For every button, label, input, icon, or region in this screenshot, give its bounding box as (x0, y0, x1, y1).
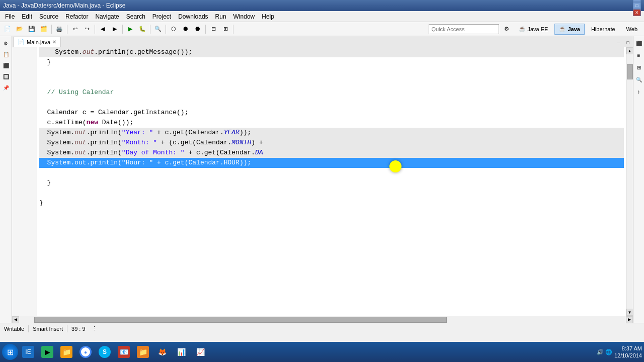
folder2-icon: 📁 (137, 346, 149, 358)
quick-access-input[interactable] (429, 24, 499, 34)
perspective-javaee-button[interactable]: ☕ Java EE (514, 24, 552, 35)
taskbar-skype-button[interactable]: S (96, 344, 114, 360)
sep4 (122, 25, 123, 34)
taskbar-chrome-button[interactable]: ● (76, 344, 95, 360)
code-line: System.out.println("Day of Month: " + c.… (39, 148, 624, 158)
next-edit-button[interactable]: ▶ (109, 24, 120, 35)
right-sidebar-icon-1[interactable]: ⬛ (634, 38, 644, 48)
perspective-web-button[interactable]: Web (622, 24, 642, 35)
save-button[interactable]: 💾 (26, 24, 37, 35)
menu-file[interactable]: File (2, 12, 18, 22)
right-sidebar-icon-4[interactable]: 🔍 (634, 74, 644, 84)
taskbar-folder2-button[interactable]: 📁 (134, 344, 152, 360)
menu-source[interactable]: Source (36, 12, 61, 22)
gutter-line (12, 47, 37, 57)
skype-icon: S (99, 346, 111, 358)
code-line: Calendar c = Calendar.getInstance(); (39, 108, 624, 118)
menu-navigate[interactable]: Navigate (92, 12, 122, 22)
taskbar-email-button[interactable]: 📧 (115, 344, 133, 360)
h-scroll-track[interactable] (19, 316, 626, 323)
scroll-up-button[interactable]: ▲ (626, 47, 633, 54)
status-bar: Writable Smart Insert 39 : 9 ⋮ (0, 323, 644, 334)
menu-refactor[interactable]: Refactor (62, 12, 91, 22)
search-tb-button[interactable]: 🔍 (152, 24, 164, 35)
print-button[interactable]: 🖨️ (54, 24, 65, 35)
collapse-button[interactable]: ⊟ (208, 24, 219, 35)
tab-minimize-button[interactable]: ─ (615, 39, 623, 47)
sidebar-icon-3[interactable]: ⬛ (1, 60, 11, 70)
sidebar-icon-2[interactable]: 📋 (1, 49, 11, 59)
window-title: Java - JavaDate/src/demo/Main.java - Ecl… (3, 2, 125, 9)
ref3-button[interactable]: ⬣ (192, 24, 203, 35)
sidebar-icon-4[interactable]: 🔲 (1, 71, 11, 81)
menu-project[interactable]: Project (149, 12, 174, 22)
prev-edit-button[interactable]: ◀ (97, 24, 108, 35)
ref1-button[interactable]: ⬡ (168, 24, 179, 35)
start-button[interactable]: ⊞ (2, 344, 18, 360)
editor-tab-main[interactable]: 📄 Main.java ✕ (13, 37, 61, 47)
code-line (39, 98, 624, 108)
right-sidebar-icon-3[interactable]: ⊞ (634, 62, 644, 72)
sidebar-icon-1[interactable]: ⚙ (1, 38, 11, 48)
ref2-button[interactable]: ⬢ (180, 24, 191, 35)
scroll-down-button[interactable]: ▼ (626, 309, 633, 316)
horizontal-scrollbar[interactable]: ◀ ▶ (12, 316, 633, 323)
taskbar-analytics-button[interactable]: 📈 (191, 344, 209, 360)
expand-button[interactable]: ⊞ (220, 24, 231, 35)
media-icon: ▶ (41, 346, 53, 358)
chrome-icon: ● (79, 346, 92, 358)
taskbar-media-button[interactable]: ▶ (38, 344, 56, 360)
redo-button[interactable]: ↪ (82, 24, 93, 35)
perspective-hibernate-button[interactable]: Hibernate (587, 24, 620, 35)
open-button[interactable]: 📂 (14, 24, 25, 35)
code-line (39, 67, 624, 77)
code-content[interactable]: System.out.println(c.getMessage()); } //… (37, 47, 626, 316)
scroll-right-button[interactable]: ▶ (626, 316, 633, 323)
undo-button[interactable]: ↩ (69, 24, 80, 35)
gutter-line (12, 188, 37, 198)
windows-icon: ⊞ (7, 347, 14, 357)
gutter-line (12, 57, 37, 67)
menu-window[interactable]: Window (230, 12, 258, 22)
sidebar-icon-5[interactable]: 📌 (1, 82, 11, 93)
title-controls: ─ □ ✕ (633, 0, 641, 16)
editor-container: 📄 Main.java ✕ ─ □ (12, 36, 633, 323)
taskbar-files-button[interactable]: 📁 (57, 344, 75, 360)
right-sidebar-icon-2[interactable]: ≡ (634, 50, 644, 60)
scroll-track[interactable] (626, 54, 633, 309)
menu-downloads[interactable]: Downloads (175, 12, 211, 22)
taskbar-chart-button[interactable]: 📊 (172, 344, 190, 360)
menu-help[interactable]: Help (259, 12, 277, 22)
code-editor[interactable]: System.out.println(c.getMessage()); } //… (12, 47, 633, 316)
code-line-selected[interactable]: System.out.println("Hour: " + c.get(Cale… (39, 158, 624, 168)
taskbar-explorer-button[interactable]: IE (19, 344, 37, 360)
menu-run[interactable]: Run (212, 12, 229, 22)
status-writable: Writable (4, 326, 24, 332)
gutter-line (12, 118, 37, 128)
sep1 (51, 25, 52, 34)
scroll-thumb[interactable] (627, 64, 633, 79)
menu-edit[interactable]: Edit (19, 12, 35, 22)
close-button[interactable]: ✕ (633, 9, 641, 16)
right-sidebar: ⬛ ≡ ⊞ 🔍 ↕ (633, 36, 644, 323)
folder-icon: 📁 (60, 346, 72, 358)
perspective-settings-button[interactable]: ⚙ (501, 24, 512, 35)
run-button[interactable]: ▶ (125, 24, 136, 35)
taskbar-firefox-button[interactable]: 🦊 (153, 344, 171, 360)
tab-maximize-button[interactable]: □ (624, 39, 632, 47)
taskbar: ⊞ IE ▶ 📁 ● S 📧 📁 🦊 📊 📈 🔊 🌐 8:37 (0, 342, 644, 362)
maximize-button[interactable]: □ (633, 2, 641, 9)
scroll-left-button[interactable]: ◀ (12, 316, 19, 323)
debug-button[interactable]: 🐛 (137, 24, 148, 35)
right-sidebar-icon-5[interactable]: ↕ (634, 86, 644, 97)
h-scroll-thumb[interactable] (34, 317, 447, 323)
menu-search[interactable]: Search (123, 12, 148, 22)
save-all-button[interactable]: 🗂️ (38, 24, 49, 35)
gutter-line (12, 138, 37, 148)
new-button[interactable]: 📄 (2, 24, 13, 35)
vertical-scrollbar[interactable]: ▲ ▼ (626, 47, 633, 316)
sep7 (205, 25, 206, 34)
gutter-line (12, 168, 37, 178)
perspective-java-button[interactable]: ☕ Java (554, 24, 584, 35)
tab-close-button[interactable]: ✕ (52, 39, 56, 45)
